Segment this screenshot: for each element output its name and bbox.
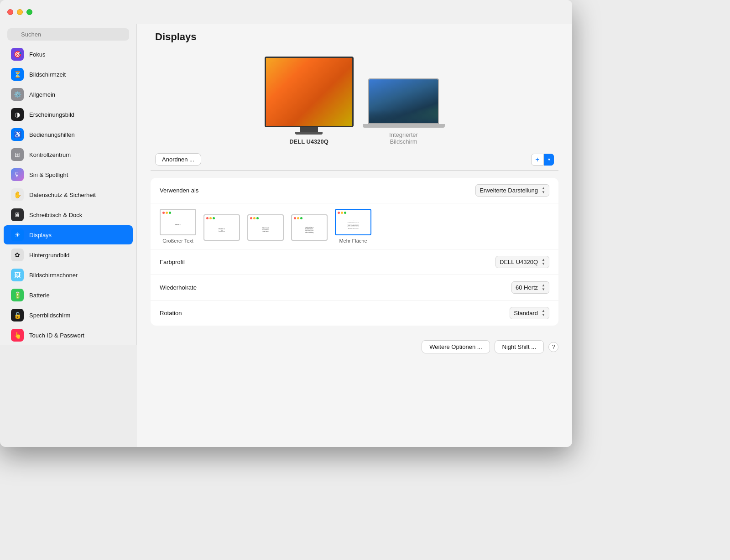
dell-monitor-label: DELL U4320Q — [289, 138, 328, 145]
sidebar-label-bedienungshilfen: Bedienungshilfen — [29, 131, 75, 138]
farbprofil-arrows: ▲ ▼ — [542, 258, 545, 266]
res-option-4[interactable]: Here's to the crtroublemakers.ones who s… — [291, 214, 328, 244]
fokus-icon: 🎯 — [11, 48, 24, 61]
bottom-buttons: Weitere Optionen ... Night Shift ... ? — [137, 333, 572, 363]
sidebar-item-fokus[interactable]: 🎯 Fokus — [4, 45, 133, 64]
macbook-monitor-item[interactable]: Integrierter Bildschirm — [363, 78, 445, 145]
datenschutz-icon: ✋ — [11, 188, 24, 201]
display-dropdown-button[interactable]: ▾ — [544, 154, 554, 166]
res-label-5: Mehr Fläche — [339, 238, 367, 244]
sidebar-label-sperrbildschirm: Sperrbildschirm — [29, 312, 70, 319]
sidebar-item-schreibtisch[interactable]: 🖥 Schreibtisch & Dock — [4, 205, 133, 224]
hintergrundbild-icon: ✿ — [11, 249, 24, 261]
displays-icon: ☀ — [11, 228, 24, 241]
arrow-down-icon-2: ▼ — [542, 262, 545, 266]
traffic-lights — [7, 9, 32, 15]
verwenden-als-select[interactable]: Erweiterte Darstellung ▲ ▼ — [475, 184, 549, 197]
wiederholrate-control[interactable]: 60 Hertz ▲ ▼ — [511, 281, 549, 294]
schreibtisch-icon: 🖥 — [11, 208, 24, 221]
farbprofil-select[interactable]: DELL U4320Q ▲ ▼ — [495, 256, 549, 268]
res-option-3[interactable]: Here's to ttroublemaones who — [247, 214, 284, 244]
weitere-optionen-button[interactable]: Weitere Optionen ... — [422, 340, 490, 353]
arrange-button[interactable]: Anordnen ... — [155, 153, 201, 166]
batterie-icon: 🔋 — [11, 289, 24, 301]
dell-monitor-item[interactable]: DELL U4320Q — [265, 57, 354, 145]
arrow-down-icon-3: ▼ — [542, 288, 545, 291]
sidebar-item-bildschirmschoner[interactable]: 🖼 Bildschirmschoner — [4, 265, 133, 285]
res-preview-5: Here's to the crazytroublemakers. The ro… — [335, 209, 371, 235]
farbprofil-row: Farbprofil DELL U4320Q ▲ ▼ — [151, 249, 558, 275]
sidebar-item-touchid[interactable]: 👆 Touch ID & Passwort — [4, 326, 133, 345]
rotation-row: Rotation Standard ▲ ▼ — [151, 301, 558, 326]
mini-dot-yellow — [166, 212, 168, 214]
minimize-button[interactable] — [17, 9, 23, 15]
help-button[interactable]: ? — [548, 342, 558, 352]
touchid-icon: 👆 — [11, 329, 24, 342]
mini-dot-red-5 — [338, 212, 340, 214]
wiederholrate-select[interactable]: 60 Hertz ▲ ▼ — [511, 281, 549, 294]
mini-dot-red — [162, 212, 165, 214]
macbook-monitor-label1: Integrierter — [389, 131, 418, 138]
farbprofil-label: Farbprofil — [160, 259, 495, 265]
sidebar-item-displays[interactable]: ☀ Displays — [4, 225, 133, 244]
arrow-up-icon-2: ▲ — [542, 258, 545, 262]
res-preview-text-2: Here's totroublem — [219, 228, 225, 232]
settings-panel: Verwenden als Erweiterte Darstellung ▲ ▼ — [151, 178, 558, 326]
arrow-down-icon-4: ▼ — [542, 313, 545, 317]
macbook-monitor-label2: Bildschirm — [389, 138, 418, 145]
sidebar-label-datenschutz: Datenschutz & Sicherheit — [29, 192, 96, 198]
close-button[interactable] — [7, 9, 13, 15]
maximize-button[interactable] — [26, 9, 32, 15]
sidebar-label-bildschirmschoner: Bildschirmschoner — [29, 272, 78, 279]
sidebar-item-bildschirmzeit[interactable]: ⏳ Bildschirmzeit — [4, 65, 133, 84]
sidebar-item-batterie[interactable]: 🔋 Batterie — [4, 285, 133, 305]
mini-dot-red-3 — [250, 217, 252, 219]
mini-dot-green — [169, 212, 171, 214]
search-input[interactable] — [7, 28, 129, 41]
mini-dot-yellow-5 — [341, 212, 343, 214]
add-display-button[interactable]: + — [531, 154, 544, 166]
rotation-control[interactable]: Standard ▲ ▼ — [510, 307, 549, 319]
macbook-monitor[interactable] — [368, 78, 439, 124]
res-option-5[interactable]: Here's to the crazytroublemakers. The ro… — [335, 209, 371, 244]
sidebar-label-fokus: Fokus — [29, 51, 45, 58]
sidebar-label-schreibtisch: Schreibtisch & Dock — [29, 212, 82, 218]
controls-row: Anordnen ... + ▾ — [137, 150, 572, 170]
sidebar-item-sperrbildschirm[interactable]: 🔒 Sperrbildschirm — [4, 306, 133, 325]
res-option-2[interactable]: Here's totroublem — [203, 214, 240, 244]
res-option-1[interactable]: Here's Größerer Text — [160, 209, 196, 244]
siri-icon: 🎙 — [11, 168, 24, 181]
bildschirmschoner-icon: 🖼 — [11, 269, 24, 281]
verwenden-als-arrows: ▲ ▼ — [542, 187, 545, 194]
dell-screen — [266, 58, 352, 126]
main-content: Displays DELL U4320Q — [137, 0, 572, 447]
sidebar-item-siri[interactable]: 🎙 Siri & Spotlight — [4, 165, 133, 184]
rotation-value: Standard — [514, 310, 538, 316]
search-container: 🔍 — [0, 24, 136, 44]
sidebar-label-bildschirmzeit: Bildschirmzeit — [29, 71, 66, 78]
verwenden-als-control[interactable]: Erweiterte Darstellung ▲ ▼ — [475, 184, 549, 197]
sidebar-item-bedienungshilfen[interactable]: ♿ Bedienungshilfen — [4, 125, 133, 144]
resolution-options: Here's Größerer Text Here's totro — [160, 209, 549, 244]
res-preview-text-1: Here's — [175, 223, 180, 226]
night-shift-button[interactable]: Night Shift ... — [495, 340, 544, 353]
rotation-select[interactable]: Standard ▲ ▼ — [510, 307, 549, 319]
sidebar-item-erscheinungsbild[interactable]: ◑ Erscheinungsbild — [4, 105, 133, 124]
macbook-bottom — [363, 124, 445, 128]
wiederholrate-arrows: ▲ ▼ — [542, 284, 545, 291]
farbprofil-value: DELL U4320Q — [500, 259, 538, 265]
sidebar-item-hintergrundbild[interactable]: ✿ Hintergrundbild — [4, 245, 133, 264]
allgemein-icon: ⚙️ — [11, 88, 24, 101]
dell-monitor[interactable] — [265, 57, 354, 127]
titlebar — [0, 0, 572, 24]
main-divider — [151, 170, 558, 171]
res-preview-text-4: Here's to the crtroublemakers.ones who s… — [305, 227, 314, 234]
verwenden-als-label: Verwenden als — [160, 187, 475, 194]
sidebar-item-allgemein[interactable]: ⚙️ Allgemein — [4, 85, 133, 104]
sidebar-item-datenschutz[interactable]: ✋ Datenschutz & Sicherheit — [4, 185, 133, 204]
rotation-arrows: ▲ ▼ — [542, 309, 545, 317]
sidebar-item-kontrollzentrum[interactable]: ⊞ Kontrollzentrum — [4, 145, 133, 164]
farbprofil-control[interactable]: DELL U4320Q ▲ ▼ — [495, 256, 549, 268]
mini-dot-yellow-2 — [209, 217, 212, 219]
res-preview-3: Here's to ttroublemaones who — [247, 214, 284, 241]
